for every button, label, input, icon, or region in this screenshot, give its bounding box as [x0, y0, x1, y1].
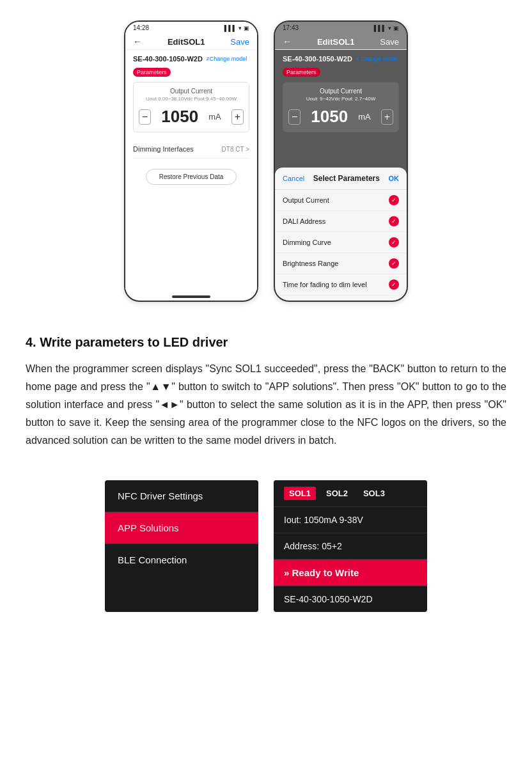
- modal-item-output-current[interactable]: Output Current ✓: [275, 190, 407, 211]
- left-output-section: Output Current Uout:9.00~38.10Vdc Pout:9…: [133, 82, 249, 132]
- right-wifi-icon: ▾: [388, 25, 391, 31]
- left-model-row: SE-40-300-1050-W2D ≠Change model: [133, 55, 249, 63]
- battery-icon: ▣: [244, 25, 249, 31]
- menu-item-nfc[interactable]: NFC Driver Settings: [105, 480, 258, 512]
- right-output-section: Output Current Uout: 9~42Vdc Pout: 2.7~4…: [283, 82, 399, 132]
- left-model-name: SE-40-300-1050-W2D: [133, 55, 203, 63]
- right-model-row: SE-40-300-1050-W2D ≠ Change model: [283, 55, 399, 63]
- sol1-tab[interactable]: SOL1: [284, 487, 316, 500]
- section4-heading: 4. Write parameters to LED driver: [26, 335, 506, 350]
- right-phone-content: SE-40-300-1050-W2D ≠ Change model Parame…: [275, 50, 407, 301]
- modal-title: Select Parameters: [313, 174, 380, 183]
- modal-item-fading-time[interactable]: Time for fading to dim level ✓: [275, 274, 407, 295]
- modal-ok-button[interactable]: OK: [388, 175, 399, 182]
- info-panel: SOL1 SOL2 SOL3 Iout: 1050mA 9-38V Addres…: [274, 480, 427, 612]
- check-icon-fading-time: ✓: [389, 279, 399, 290]
- info-address-row: Address: 05+2: [274, 533, 427, 560]
- home-indicator: [172, 295, 210, 298]
- left-restore-wrap: Restore Previous Data: [133, 169, 249, 185]
- left-restore-button[interactable]: Restore Previous Data: [146, 169, 237, 185]
- left-nav-bar: ← EditSOL1 Save: [125, 34, 257, 50]
- right-status-bar: 17:43 ▌▌▌ ▾ ▣: [275, 22, 407, 34]
- info-address-text: Address: 05+2: [284, 541, 342, 551]
- modal-cancel-button[interactable]: Cancel: [283, 175, 304, 182]
- left-dimming-label: Dimming Interfaces: [133, 145, 194, 153]
- left-output-label: Output Current: [139, 88, 244, 95]
- right-current-value: 1050: [311, 107, 348, 127]
- left-back-button[interactable]: ←: [133, 36, 142, 47]
- info-model-text: SE-40-300-1050-W2D: [284, 594, 373, 604]
- left-time: 14:28: [133, 24, 149, 31]
- info-iout-row: Iout: 1050mA 9-38V: [274, 507, 427, 533]
- menu-item-ble-label: BLE Connection: [118, 554, 187, 565]
- check-icon-dimming-curve: ✓: [389, 237, 399, 247]
- info-ready-row: » Ready to Write: [274, 560, 427, 586]
- info-iout-text: Iout: 1050mA 9-38V: [284, 515, 363, 525]
- select-params-modal: Cancel Select Parameters OK Output Curre…: [275, 168, 407, 301]
- left-phone-content: SE-40-300-1050-W2D ≠Change model Paramet…: [125, 50, 257, 290]
- section4-body: When the programmer screen displays "Syn…: [26, 360, 506, 450]
- left-output-sublabel: Uout:9.00~38.10Vdc Pout:9.45~40.00W: [139, 96, 244, 102]
- menu-item-app-label: APP Solutions: [118, 522, 179, 533]
- left-current-unit: mA: [208, 112, 221, 122]
- right-signal-icon: ▌▌▌: [374, 25, 386, 31]
- left-status-bar: 14:28 ▌▌▌ ▾ ▣: [125, 22, 257, 34]
- wifi-icon: ▾: [239, 25, 242, 31]
- left-value-row: − 1050 mA +: [139, 107, 244, 127]
- signal-icon: ▌▌▌: [224, 25, 237, 31]
- left-params-badge[interactable]: Parameters: [133, 68, 171, 77]
- right-time: 17:43: [283, 24, 299, 31]
- left-dimming-row[interactable]: Dimming Interfaces DT8 CT >: [133, 140, 249, 159]
- right-current-unit: mA: [358, 112, 371, 122]
- right-output-label: Output Current: [288, 88, 393, 95]
- modal-header: Cancel Select Parameters OK: [275, 168, 407, 190]
- right-status-icons: ▌▌▌ ▾ ▣: [374, 25, 399, 31]
- right-minus-button[interactable]: −: [288, 109, 301, 125]
- right-save-button[interactable]: Save: [380, 37, 399, 47]
- right-model-name: SE-40-300-1050-W2D: [283, 55, 352, 63]
- left-dimming-value: DT8 CT >: [222, 146, 249, 153]
- right-plus-button[interactable]: +: [381, 109, 393, 125]
- info-ready-text: » Ready to Write: [284, 567, 359, 578]
- left-plus-button[interactable]: +: [231, 109, 244, 125]
- bottom-panels: NFC Driver Settings APP Solutions BLE Co…: [0, 480, 532, 638]
- screenshots-section: 14:28 ▌▌▌ ▾ ▣ ← EditSOL1 Save SE-40-300-…: [0, 0, 532, 315]
- left-home-bar: [125, 290, 257, 301]
- menu-item-app[interactable]: APP Solutions: [105, 512, 258, 544]
- right-battery-icon: ▣: [393, 25, 399, 31]
- modal-item-dali-address[interactable]: DALI Address ✓: [275, 211, 407, 232]
- modal-item-dimming-curve[interactable]: Dimming Curve ✓: [275, 232, 407, 253]
- left-nav-title: EditSOL1: [168, 37, 205, 47]
- menu-item-nfc-label: NFC Driver Settings: [118, 490, 203, 501]
- menu-item-ble[interactable]: BLE Connection: [105, 544, 258, 576]
- check-icon-brightness-range: ✓: [389, 258, 399, 269]
- check-icon-output-current: ✓: [389, 195, 399, 205]
- left-save-button[interactable]: Save: [230, 37, 249, 47]
- right-value-row: − 1050 mA +: [288, 107, 393, 127]
- left-phone: 14:28 ▌▌▌ ▾ ▣ ← EditSOL1 Save SE-40-300-…: [124, 20, 258, 302]
- info-model-row: SE-40-300-1050-W2D: [274, 586, 427, 612]
- right-nav-title: EditSOL1: [317, 37, 355, 47]
- modal-item-brightness-range[interactable]: Brightness Range ✓: [275, 253, 407, 274]
- left-status-icons: ▌▌▌ ▾ ▣: [224, 25, 249, 31]
- right-back-button[interactable]: ←: [283, 36, 292, 47]
- right-change-model[interactable]: ≠ Change model: [356, 56, 398, 62]
- left-change-model[interactable]: ≠Change model: [207, 56, 247, 62]
- check-icon-dali-address: ✓: [389, 216, 399, 226]
- left-minus-button[interactable]: −: [139, 109, 151, 125]
- menu-panel: NFC Driver Settings APP Solutions BLE Co…: [105, 480, 258, 612]
- right-params-badge[interactable]: Parameters: [283, 68, 320, 77]
- sol3-tab[interactable]: SOL3: [358, 487, 390, 500]
- right-nav-bar: ← EditSOL1 Save: [275, 34, 407, 50]
- sol2-tab[interactable]: SOL2: [321, 487, 353, 500]
- sol-tabs-row: SOL1 SOL2 SOL3: [274, 480, 427, 507]
- right-phone: 17:43 ▌▌▌ ▾ ▣ ← EditSOL1 Save SE-40-300-…: [274, 20, 408, 302]
- left-current-value: 1050: [161, 107, 198, 127]
- right-output-sublabel: Uout: 9~42Vdc Pout: 2.7~40W: [288, 96, 393, 102]
- section4-content: 4. Write parameters to LED driver When t…: [0, 315, 532, 480]
